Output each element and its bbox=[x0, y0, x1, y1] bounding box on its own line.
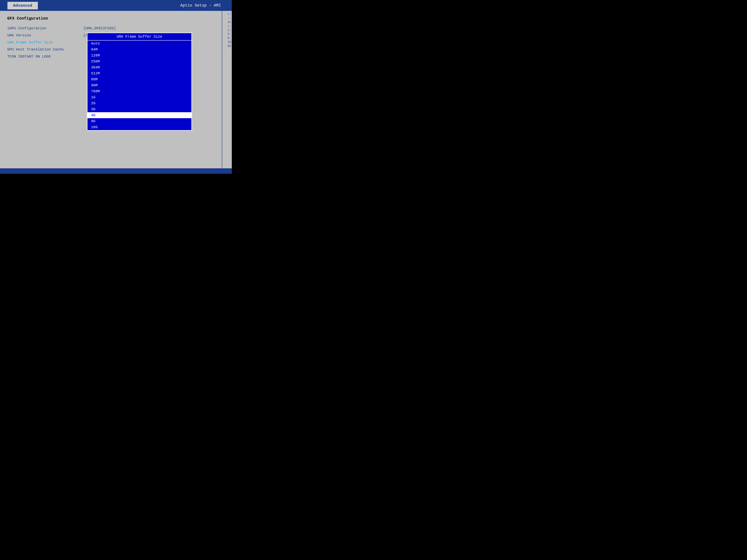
sidebar-key: /- bbox=[223, 25, 231, 28]
sidebar-key: 9: bbox=[223, 36, 231, 40]
tab-advanced[interactable]: Advanced bbox=[7, 2, 38, 9]
header-title: Aptio Setup - AMI bbox=[180, 3, 221, 8]
main-content: GFX Configuration iGPU Configuration [UM… bbox=[0, 11, 232, 168]
sidebar-key: 1: bbox=[223, 29, 231, 32]
dropdown-title: UMA Frame buffer Size bbox=[87, 33, 191, 41]
dropdown-option-8g[interactable]: 8G bbox=[87, 118, 191, 124]
igpu-label: iGPU Configuration bbox=[7, 26, 83, 30]
dropdown-option-256m[interactable]: 256M bbox=[87, 58, 191, 64]
dropdown-option-3g[interactable]: 3G bbox=[87, 106, 191, 112]
right-sidebar: +:↓:nt/-1:2:9:10SC bbox=[222, 11, 232, 168]
igpu-value: [UMA_SPECIFIED] bbox=[83, 26, 116, 30]
dropdown-option-96m[interactable]: 96M bbox=[87, 82, 191, 88]
dropdown-popup[interactable]: UMA Frame buffer Size Auto64M128M256M384… bbox=[87, 33, 192, 131]
dropdown-option-512m[interactable]: 512M bbox=[87, 71, 191, 76]
dropdown-option-768m[interactable]: 768M bbox=[87, 88, 191, 94]
header-bar: Advanced Aptio Setup - AMI bbox=[0, 0, 232, 11]
dropdown-option-auto[interactable]: Auto bbox=[87, 41, 191, 47]
dropdown-option-384m[interactable]: 384M bbox=[87, 64, 191, 71]
dropdown-options: Auto64M128M256M384M512M80M96M768M1G2G3G4… bbox=[87, 41, 191, 130]
bottom-bar bbox=[0, 168, 232, 174]
dropdown-option-80m[interactable]: 80M bbox=[87, 76, 191, 82]
sidebar-key: SC bbox=[223, 45, 231, 48]
section-title: GFX Configuration bbox=[7, 16, 214, 21]
tcon-label: TCON INSTANT ON LOGO bbox=[7, 54, 83, 59]
dropdown-option-2g[interactable]: 2G bbox=[87, 100, 191, 106]
gpu-host-label: GPU Host Translation Cache bbox=[7, 47, 83, 52]
dropdown-option-16g[interactable]: 16G bbox=[87, 124, 191, 130]
uma-frame-label: UMA Frame buffer Size bbox=[7, 41, 83, 45]
sidebar-key: 2: bbox=[223, 33, 231, 36]
dropdown-option-128m[interactable]: 128M bbox=[87, 52, 191, 58]
dropdown-option-64m[interactable]: 64M bbox=[87, 47, 191, 52]
dropdown-option-1g[interactable]: 1G bbox=[87, 94, 191, 100]
config-row-igpu: iGPU Configuration [UMA_SPECIFIED] bbox=[7, 26, 214, 30]
uma-version-label: UMA Version bbox=[7, 33, 83, 37]
sidebar-key: ↓: bbox=[223, 17, 231, 20]
dropdown-option-4g[interactable]: 4G bbox=[87, 112, 191, 118]
sidebar-key: +: bbox=[223, 13, 231, 16]
left-panel: GFX Configuration iGPU Configuration [UM… bbox=[0, 11, 222, 168]
bios-screen: Advanced Aptio Setup - AMI GFX Configura… bbox=[0, 0, 232, 174]
sidebar-key: nt bbox=[223, 21, 231, 24]
sidebar-key: 10 bbox=[223, 41, 231, 44]
